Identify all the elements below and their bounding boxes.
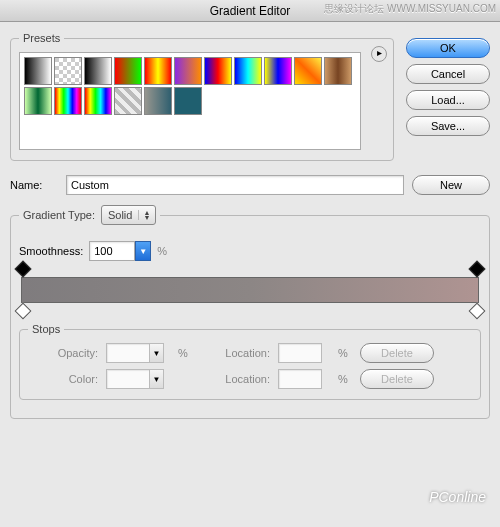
cancel-button[interactable]: Cancel: [406, 64, 490, 84]
save-button[interactable]: Save...: [406, 116, 490, 136]
preset-swatch-3[interactable]: [114, 57, 142, 85]
color-stop-left[interactable]: [15, 303, 32, 320]
watermark-text: 思缘设计论坛 WWW.MISSYUAN.COM: [324, 2, 496, 16]
opacity-location-unit: %: [338, 347, 352, 359]
preset-swatch-0[interactable]: [24, 57, 52, 85]
gradient-type-legend: Gradient Type:: [23, 209, 95, 221]
stops-group: Stops Opacity: ▼ % Location: % Delete Co…: [19, 323, 481, 400]
smoothness-input[interactable]: [89, 241, 135, 261]
name-label: Name:: [10, 179, 58, 191]
gradient-editor-area[interactable]: [21, 277, 479, 303]
smoothness-dropdown-icon[interactable]: ▼: [135, 241, 151, 261]
opacity-stop-left[interactable]: [15, 261, 32, 278]
opacity-stop-right[interactable]: [469, 261, 486, 278]
new-button[interactable]: New: [412, 175, 490, 195]
presets-list: [19, 52, 361, 150]
color-stop-right[interactable]: [469, 303, 486, 320]
preset-swatch-15[interactable]: [144, 87, 172, 115]
preset-swatch-9[interactable]: [294, 57, 322, 85]
presets-group: Presets ▸: [10, 32, 394, 161]
preset-swatch-8[interactable]: [264, 57, 292, 85]
presets-legend: Presets: [19, 32, 64, 44]
color-location-input[interactable]: [278, 369, 322, 389]
preset-swatch-13[interactable]: [84, 87, 112, 115]
updown-arrows-icon: ▲▼: [138, 210, 151, 220]
preset-swatch-7[interactable]: [234, 57, 262, 85]
color-location-unit: %: [338, 373, 352, 385]
preset-swatch-12[interactable]: [54, 87, 82, 115]
presets-flyout-icon[interactable]: ▸: [371, 46, 387, 62]
preset-swatch-2[interactable]: [84, 57, 112, 85]
gradient-type-value: Solid: [108, 209, 132, 221]
opacity-unit: %: [178, 347, 192, 359]
color-label: Color:: [28, 373, 98, 385]
watermark-logo: PConline: [429, 489, 486, 505]
ok-button[interactable]: OK: [406, 38, 490, 58]
color-dropdown-icon[interactable]: ▼: [150, 369, 164, 389]
opacity-location-input[interactable]: [278, 343, 322, 363]
preset-swatch-14[interactable]: [114, 87, 142, 115]
name-input[interactable]: [66, 175, 404, 195]
smoothness-label: Smoothness:: [19, 245, 83, 257]
color-swatch-input[interactable]: [106, 369, 150, 389]
gradient-type-group: Gradient Type: Solid ▲▼ Smoothness: ▼ %: [10, 205, 490, 419]
gradient-type-select[interactable]: Solid ▲▼: [101, 205, 156, 225]
gradient-bar[interactable]: [21, 277, 479, 303]
smoothness-unit: %: [157, 245, 167, 257]
opacity-dropdown-icon[interactable]: ▼: [150, 343, 164, 363]
preset-swatch-6[interactable]: [204, 57, 232, 85]
load-button[interactable]: Load...: [406, 90, 490, 110]
preset-swatch-10[interactable]: [324, 57, 352, 85]
stops-legend: Stops: [28, 323, 64, 335]
color-location-label: Location:: [200, 373, 270, 385]
preset-swatch-11[interactable]: [24, 87, 52, 115]
preset-swatch-5[interactable]: [174, 57, 202, 85]
preset-swatch-1[interactable]: [54, 57, 82, 85]
preset-swatch-16[interactable]: [174, 87, 202, 115]
opacity-location-label: Location:: [200, 347, 270, 359]
delete-opacity-button[interactable]: Delete: [360, 343, 434, 363]
preset-swatch-4[interactable]: [144, 57, 172, 85]
opacity-label: Opacity:: [28, 347, 98, 359]
delete-color-button[interactable]: Delete: [360, 369, 434, 389]
opacity-input[interactable]: [106, 343, 150, 363]
